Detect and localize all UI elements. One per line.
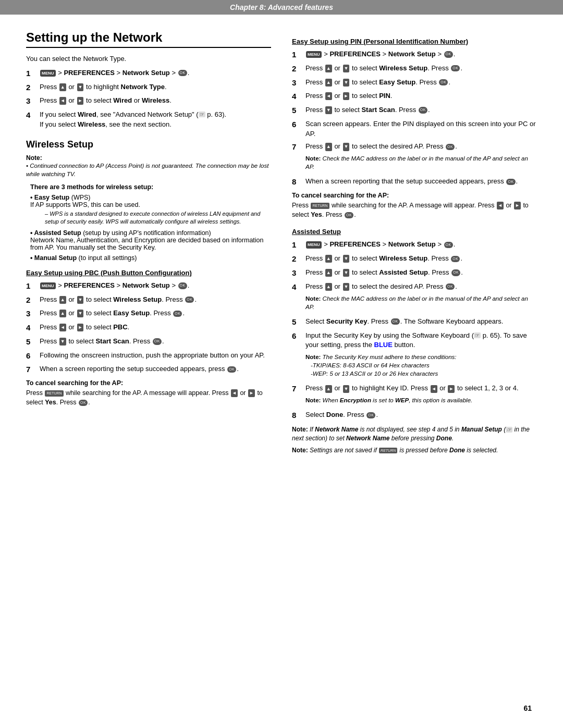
pbc-cancel-section: To cancel searching for the AP: Press RE… — [26, 379, 271, 407]
assisted-note-bottom1: Note: If Network Name is not displayed, … — [292, 425, 537, 443]
pbc-step-4: Press ◄ or ► to select PBC. — [26, 323, 271, 334]
method-manual-setup: • Manual Setup (to input all settings) — [30, 254, 271, 262]
pin-section-title: Easy Setup using PIN (Personal Identific… — [292, 38, 537, 45]
assisted-note-bottom2: Note: Settings are not saved if RETURN i… — [292, 446, 537, 455]
note-label: Note: — [26, 154, 271, 162]
menu-icon-pin: MENU — [306, 51, 322, 58]
main-step-2: Press ▲ or ▼ to highlight Network Type. — [26, 82, 271, 93]
methods-header: There are 3 methods for wireless setup: — [30, 182, 271, 192]
pbc-section-title: Easy Setup using PBC (Push Button Config… — [26, 269, 271, 277]
assisted-step-6: Input the Security Key by using the Soft… — [292, 331, 537, 381]
ref-icon: ☞ — [199, 112, 205, 117]
left-column: Setting up the Network You can select th… — [26, 30, 271, 458]
return-btn-pbc: RETURN — [45, 390, 63, 397]
pin-step-5: Press ▼ to select Start Scan. Press OK. — [292, 105, 537, 116]
pin-step-7: Press ▲ or ▼ to select the desired AP. P… — [292, 142, 537, 174]
assisted-step-2: Press ▲ or ▼ to select Wireless Setup. P… — [292, 254, 537, 265]
pin-cancel-text: Press RETURN while searching for the AP.… — [292, 201, 537, 219]
right-column: Easy Setup using PIN (Personal Identific… — [292, 30, 537, 458]
wireless-setup-title: Wireless Setup — [26, 139, 271, 150]
down-arrow: ▼ — [77, 83, 84, 91]
pbc-step-2: Press ▲ or ▼ to select Wireless Setup. P… — [26, 295, 271, 306]
wep-note: -WEP: 5 or 13 ASCII or 10 or 26 Hex char… — [311, 369, 537, 378]
main-step-1: MENU > PREFERENCES > Network Setup > OK. — [26, 68, 271, 79]
pin-step-3: Press ▲ or ▼ to select Easy Setup. Press… — [292, 78, 537, 89]
up-arrow: ▲ — [59, 83, 66, 91]
assisted-step-1: MENU > PREFERENCES > Network Setup > OK. — [292, 240, 537, 251]
pbc-step-7: When a screen reporting the setup succee… — [26, 364, 271, 375]
pin-cancel-title: To cancel searching for the AP: — [292, 192, 537, 199]
pin-cancel-section: To cancel searching for the AP: Press RE… — [292, 192, 537, 219]
left-arrow: ◄ — [59, 97, 66, 105]
page: Chapter 8: Advanced features Setting up … — [0, 0, 563, 728]
intro-text: You can select the Network Type. — [26, 54, 271, 64]
pin-step-4: Press ◄ or ► to select PIN. — [292, 91, 537, 102]
main-step-3: Press ◄ or ► to select Wired or Wireless… — [26, 96, 271, 107]
section-title-network: Setting up the Network — [26, 30, 271, 48]
pbc-step-3: Press ▲ or ▼ to select Easy Setup. Press… — [26, 309, 271, 319]
tkip-note: -TKIP/AES: 8-63 ASCII or 64 Hex characte… — [311, 361, 537, 369]
method-assisted-setup: • Assisted Setup (setup by using AP's no… — [30, 229, 271, 251]
assisted-steps: MENU > PREFERENCES > Network Setup > OK.… — [292, 240, 537, 421]
note-text: • Continued connection to AP (Access Poi… — [26, 162, 271, 178]
main-step-4: If you select Wired, see "Advanced Netwo… — [26, 110, 271, 130]
ok-icon-pbc1: OK — [178, 282, 187, 289]
pbc-step-6: Following the onscreen instruction, push… — [26, 351, 271, 362]
chapter-header: Chapter 8: Advanced features — [0, 0, 563, 15]
pin-step-6: Scan screen appears. Enter the PIN displ… — [292, 119, 537, 139]
right-arrow: ► — [77, 97, 84, 105]
main-steps: MENU > PREFERENCES > Network Setup > OK.… — [26, 68, 271, 130]
pbc-cancel-text: Press RETURN while searching for the AP.… — [26, 388, 271, 407]
pbc-step-5: Press ▼ to select Start Scan. Press OK. — [26, 337, 271, 348]
menu-icon-pbc: MENU — [40, 282, 56, 290]
pin-step-8: When a screen reporting that the setup s… — [292, 177, 537, 188]
assisted-step-4: Press ▲ or ▼ to select the desired AP. P… — [292, 282, 537, 314]
pin-steps: MENU > PREFERENCES > Network Setup > OK.… — [292, 50, 537, 188]
assisted-step-3: Press ▲ or ▼ to select Assisted Setup. P… — [292, 268, 537, 279]
pbc-cancel-title: To cancel searching for the AP: — [26, 379, 271, 387]
assisted-step-5: Select Security Key. Press OK. The Softw… — [292, 317, 537, 328]
assisted-step-8: Select Done. Press OK. — [292, 410, 537, 421]
menu-icon-assisted: MENU — [306, 241, 322, 249]
chapter-header-text: Chapter 8: Advanced features — [230, 3, 333, 11]
pin-step-1: MENU > PREFERENCES > Network Setup > OK. — [292, 50, 537, 60]
methods-block: There are 3 methods for wireless setup: … — [30, 182, 271, 262]
method-easy-setup: • Easy Setup (WPS) If AP supports WPS, t… — [30, 194, 271, 226]
pbc-steps: MENU > PREFERENCES > Network Setup > OK.… — [26, 281, 271, 375]
menu-icon: MENU — [40, 70, 56, 77]
pin-step-2: Press ▲ or ▼ to select Wireless Setup. P… — [292, 64, 537, 75]
assisted-setup-title: Assisted Setup — [292, 228, 537, 236]
assisted-step-7: Press ▲ or ▼ to highlight Key ID. Press … — [292, 384, 537, 407]
page-number: 61 — [523, 704, 532, 712]
ok-icon-1: OK — [178, 70, 187, 76]
pbc-step-1: MENU > PREFERENCES > Network Setup > OK. — [26, 281, 271, 292]
return-btn-pin: RETURN — [311, 203, 329, 209]
wireless-note: Note: • Continued connection to AP (Acce… — [26, 154, 271, 178]
